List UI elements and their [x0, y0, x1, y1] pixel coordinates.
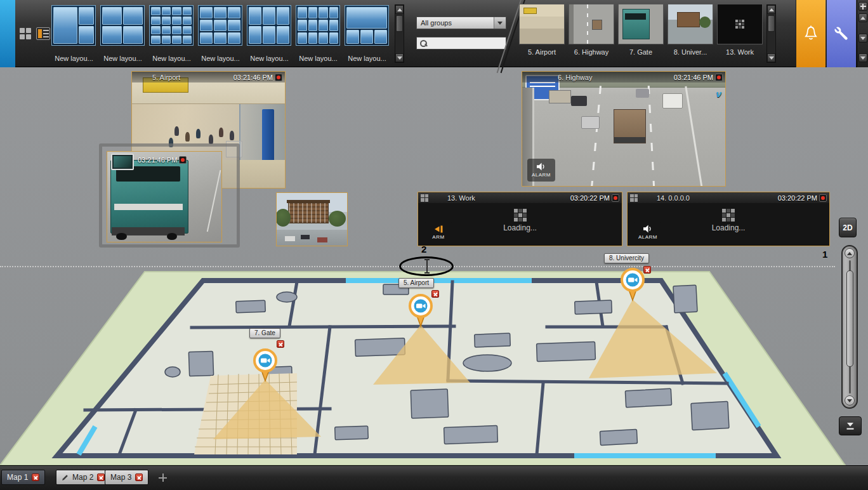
tab-map-2[interactable]: Map 2	[56, 470, 110, 485]
bottom-tab-bar: Map 1 Map 2 Map 3 Apply Cancel	[0, 465, 868, 490]
chevron-down-icon[interactable]	[494, 17, 506, 29]
camera-thumbnail-airport[interactable]: 5. Airport	[517, 0, 567, 67]
add-map-button[interactable]	[159, 473, 167, 482]
camera-preview	[519, 4, 565, 44]
record-indicator-icon	[275, 74, 282, 81]
bell-icon	[803, 25, 819, 43]
layout-thumbnail-5[interactable]: New layou...	[245, 0, 294, 67]
record-indicator-icon	[612, 194, 619, 202]
layout-thumbnail-3[interactable]: New layou...	[147, 0, 196, 67]
layout-thumbnail-1[interactable]: New layou...	[49, 0, 98, 67]
slider-thumb[interactable]	[846, 270, 853, 367]
loading-text: Loading...	[712, 223, 746, 232]
video-tile-work[interactable]: 13. Work 03:20:22 PM Loading... ARM	[418, 192, 622, 246]
close-x-icon[interactable]	[32, 473, 39, 481]
layout-preview	[345, 5, 389, 46]
scroll-down-icon[interactable]	[858, 34, 867, 43]
annotation-callout-2: 2	[421, 244, 426, 255]
record-indicator-icon	[819, 194, 827, 202]
close-x-icon[interactable]	[277, 340, 284, 348]
alarm-button-label: ALARM	[638, 234, 657, 240]
video-tile-unknown[interactable]: 14. 0.0.0.0 03:20:22 PM Loading... ALARM	[627, 192, 830, 246]
map-zoom-slider[interactable]	[841, 245, 858, 409]
view-2d-button[interactable]: 2D	[839, 218, 857, 237]
scroll-down-icon[interactable]	[767, 53, 775, 62]
camera-search[interactable]	[416, 37, 506, 50]
alarm-panel-button[interactable]	[796, 0, 825, 67]
search-input[interactable]	[424, 39, 515, 47]
map-camera-tag-gate[interactable]: 7. Gate	[249, 328, 280, 338]
camera-group-dropdown[interactable]: All groups	[416, 17, 506, 29]
toolbar-edge-strip	[857, 0, 868, 67]
tab-map-3[interactable]: Map 3	[105, 470, 148, 485]
layout-menu-icon[interactable]	[36, 27, 50, 40]
left-accent-strip	[0, 0, 15, 67]
dragged-video-tile[interactable]: 03:21:46 PM	[99, 143, 240, 248]
map-camera-tag-airport[interactable]: 5. Airport	[398, 278, 434, 288]
zoom-out-icon[interactable]	[845, 395, 855, 406]
camera-label: 6. Highway	[567, 48, 616, 56]
scroll-up-icon[interactable]	[395, 5, 404, 14]
camera-label: 13. Work	[715, 48, 765, 56]
video-tile-university[interactable]	[276, 192, 348, 246]
close-x-icon[interactable]	[431, 290, 439, 298]
layout-label: New layou...	[147, 55, 196, 62]
tile-header: 5. Airport 03:21:46 PM	[132, 72, 285, 83]
collapse-toolbar-icon[interactable]	[858, 53, 867, 62]
layout-thumbnail-7[interactable]: New layou...	[343, 0, 391, 67]
scroll-up-icon[interactable]	[767, 5, 775, 14]
close-x-icon[interactable]	[643, 266, 651, 274]
tile-timestamp: 03:21:46 PM	[674, 74, 723, 81]
settings-panel-button[interactable]	[826, 0, 856, 67]
scrollbar-thumb[interactable]	[768, 15, 775, 32]
add-button[interactable]	[858, 2, 867, 11]
tile-timestamp: 03:20:22 PM	[570, 194, 619, 202]
arm-button-label: ARM	[432, 234, 444, 240]
alarm-button[interactable]: ALARM	[634, 222, 662, 242]
alarm-button-label: ALARM	[532, 172, 551, 178]
loading-text: Loading...	[503, 223, 537, 232]
scroll-down-icon[interactable]	[395, 53, 404, 62]
tab-map-1[interactable]: Map 1	[1, 470, 45, 485]
video-tile-highway[interactable]: 6. Highway 03:21:46 PM ν ALARM	[522, 71, 726, 187]
layout-label: New layou...	[49, 55, 98, 62]
tile-title: 14. 0.0.0.0	[657, 194, 690, 202]
zoom-in-icon[interactable]	[845, 248, 855, 258]
record-indicator-icon	[179, 156, 187, 164]
close-x-icon[interactable]	[97, 473, 105, 481]
camera-thumbnail-icon	[111, 154, 134, 170]
wrench-icon	[833, 25, 850, 43]
camera-thumbnail-gate[interactable]: 7. Gate	[616, 0, 666, 67]
alarm-button[interactable]: ALARM	[527, 159, 555, 182]
scrollbar-thumb[interactable]	[396, 15, 403, 32]
layout-thumbnail-4[interactable]: New layou...	[196, 0, 245, 67]
layout-thumbnail-2[interactable]: New layou...	[98, 0, 147, 67]
map-camera-tag-university[interactable]: 8. Univercity	[604, 253, 649, 263]
close-x-icon[interactable]	[135, 473, 143, 481]
layout-label: New layou...	[294, 55, 343, 62]
tile-header: 13. Work 03:20:22 PM	[418, 192, 622, 203]
grid-placeholder-icon	[722, 209, 735, 222]
camera-thumbnail-work[interactable]: 13. Work	[715, 0, 765, 67]
scroll-up-icon[interactable]	[858, 13, 867, 22]
tab-label: Map 3	[110, 473, 131, 482]
camera-thumbnail-university[interactable]: 8. Univer...	[666, 0, 715, 67]
camera-placeholder-icon	[630, 194, 638, 202]
layouts-grid-icon[interactable]	[20, 28, 31, 39]
tile-title: 5. Airport	[152, 74, 180, 81]
hide-panel-button[interactable]	[839, 416, 862, 435]
camera-label: 7. Gate	[616, 48, 666, 56]
camera-thumbnail-highway[interactable]: 6. Highway	[567, 0, 616, 67]
tile-timestamp: 03:21:46 PM	[138, 156, 187, 164]
layouts-scrollbar[interactable]	[395, 4, 404, 63]
layout-thumbnail-6[interactable]: New layou...	[294, 0, 343, 67]
tile-title: 6. Highway	[558, 74, 592, 81]
pencil-icon	[62, 474, 69, 481]
arm-button[interactable]: ARM	[424, 222, 452, 242]
detector-icon: ν	[716, 88, 721, 99]
hide-panel-icon	[845, 421, 855, 431]
cameras-scrollbar[interactable]	[766, 4, 776, 63]
layout-preview	[51, 5, 96, 46]
tab-label: Map 2	[72, 473, 93, 482]
arm-icon	[434, 225, 444, 233]
